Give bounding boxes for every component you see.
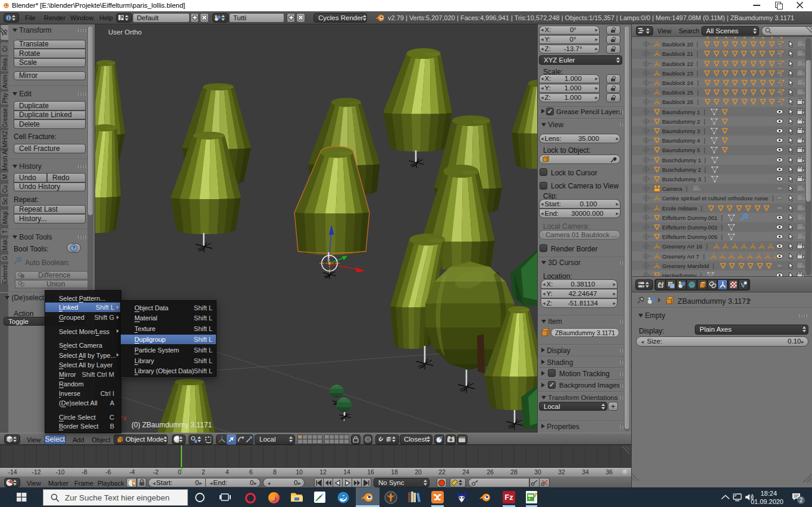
svg-text:Baublock 20: Baublock 20 [662, 41, 693, 48]
svg-text:Centre spirituel et culturel o: Centre spirituel et culturel orthodoxe r… [662, 195, 768, 201]
svg-text:|: | [704, 176, 706, 182]
svg-text:Baublock 21: Baublock 21 [662, 51, 693, 57]
svg-text:|: | [713, 263, 714, 269]
svg-text:|: | [704, 118, 706, 125]
svg-text:|: | [704, 137, 706, 144]
svg-text:Baumdummy 3: Baumdummy 3 [662, 128, 700, 134]
svg-text:|: | [697, 61, 698, 67]
svg-text:Ecole militaire: Ecole militaire [662, 205, 697, 212]
svg-text:Eiffelturm Dummy.001: Eiffelturm Dummy.001 [662, 215, 717, 221]
svg-text:|: | [704, 157, 706, 163]
svg-text:|: | [704, 166, 706, 173]
svg-text:|: | [721, 224, 723, 231]
svg-text:|: | [701, 205, 703, 212]
svg-text:Greenery Marsfeld: Greenery Marsfeld [662, 263, 709, 269]
svg-text:Eiffelturm Dummy.005: Eiffelturm Dummy.005 [662, 234, 717, 240]
svg-text:|: | [721, 234, 723, 240]
svg-text:|: | [686, 185, 688, 192]
svg-text:Camera: Camera [662, 185, 683, 192]
svg-text:|: | [700, 272, 702, 276]
svg-text:Buschdummy 1: Buschdummy 1 [662, 157, 701, 163]
svg-text:|: | [697, 51, 698, 57]
svg-text:|: | [704, 109, 706, 115]
svg-text:|: | [697, 70, 698, 77]
svg-text:Baublock 24: Baublock 24 [662, 80, 693, 86]
svg-text:Baumdummy 4: Baumdummy 4 [662, 137, 700, 144]
svg-text:Greenery Arr 16: Greenery Arr 16 [662, 243, 703, 250]
svg-text:|: | [721, 215, 723, 221]
svg-text:Baumdummy 2: Baumdummy 2 [662, 118, 700, 125]
svg-text:Greenery Arr 7: Greenery Arr 7 [662, 253, 699, 260]
svg-text:Baumdummy 1: Baumdummy 1 [662, 109, 700, 115]
svg-text:Baublock 22: Baublock 22 [662, 61, 693, 67]
svg-text:Baublock 23: Baublock 23 [662, 70, 693, 77]
svg-text:|: | [697, 80, 699, 86]
svg-text:|: | [697, 89, 699, 96]
svg-text:|: | [703, 253, 705, 260]
svg-text:|: | [697, 99, 699, 105]
svg-text:Baumdummy 5: Baumdummy 5 [662, 147, 700, 153]
svg-text:?: ? [72, 245, 76, 251]
svg-text:|: | [704, 147, 706, 153]
svg-text:|: | [697, 41, 698, 48]
svg-text:|: | [772, 195, 774, 201]
svg-text:Buschdummy 3: Buschdummy 3 [662, 176, 701, 182]
svg-text:Baublock 25: Baublock 25 [662, 89, 693, 96]
svg-text:Buschdummy 2: Buschdummy 2 [662, 166, 701, 173]
svg-text:Baublock 26: Baublock 26 [662, 99, 693, 105]
svg-text:|: | [704, 128, 706, 134]
svg-text:Eiffelturm Dummy.002: Eiffelturm Dummy.002 [662, 224, 717, 231]
svg-text:Heckedummy: Heckedummy [662, 272, 697, 276]
svg-text:|: | [706, 243, 708, 250]
